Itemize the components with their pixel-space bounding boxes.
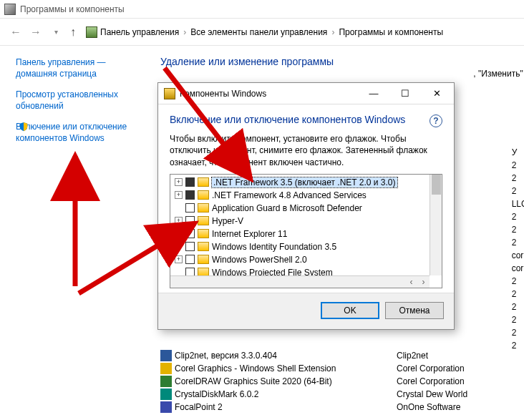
program-publisher: Clip2net [397,351,511,361]
folder-icon [198,177,209,187]
program-row[interactable]: Corel Graphics - Windows Shell Extension… [160,362,518,375]
feature-tree-item[interactable]: +.NET Framework 3.5 (включает .NET 2.0 и… [170,176,442,189]
program-icon [160,350,172,361]
program-name: FocalPoint 2 [175,402,397,412]
feature-label[interactable]: .NET Framework 4.8 Advanced Services [212,190,367,200]
nav-up-button[interactable]: ↑ [66,22,80,42]
dialog-button-bar: OK Отмена [158,293,454,329]
dialog-heading: Включение или отключение компонентов Win… [170,113,442,126]
expand-button[interactable]: + [175,178,183,186]
program-icon [160,363,172,374]
minimize-button[interactable]: — [358,84,389,104]
nav-link-windows-features[interactable]: Включение или отключение компонентов Win… [16,122,145,144]
nav-link-updates[interactable]: Просмотр установленных обновлений [16,89,145,112]
folder-icon [198,255,209,264]
dialog-title: Компоненты Windows [180,89,358,99]
nav-back-button[interactable]: ← [6,22,26,42]
program-row[interactable]: Clip2net, версия 3.3.0.404Clip2net [160,349,518,362]
program-row[interactable]: CorelDRAW Graphics Suite 2020 (64-Bit)Co… [160,375,518,388]
feature-tree-item[interactable]: Windows Identity Foundation 3.5 [170,240,442,253]
installed-programs-list: Clip2net, версия 3.3.0.404Clip2netCorel … [160,349,518,414]
help-icon[interactable]: ? [430,114,442,127]
program-row[interactable]: FocalPoint 2OnOne Software [160,401,518,414]
program-publisher: Corel Corporation [397,376,511,386]
breadcrumb-item[interactable]: Панель управления [100,27,179,37]
feature-label[interactable]: Application Guard в Microsoft Defender [212,203,362,213]
program-name: CrystalDiskMark 6.0.2 [175,389,397,399]
feature-checkbox[interactable] [185,177,195,187]
list-fragment: 2 [512,185,524,197]
list-fragment: 2 [512,159,524,172]
list-fragment: 2 [512,210,524,223]
feature-checkbox[interactable] [185,216,195,225]
shield-icon [19,122,29,132]
folder-icon [198,190,209,200]
list-fragment: LLC [512,197,524,210]
page-heading: Удаление или изменение программы [160,56,524,67]
list-fragment: 2 [512,326,524,339]
horizontal-scrollbar[interactable]: ‹ › [170,275,430,288]
feature-checkbox[interactable] [185,242,195,251]
features-tree[interactable]: +.NET Framework 3.5 (включает .NET 2.0 и… [170,174,442,288]
feature-checkbox[interactable] [185,229,195,238]
app-icon [4,4,16,15]
dialog-description: Чтобы включить компонент, установите его… [170,133,442,168]
program-publisher: Crystal Dew World [397,389,511,399]
breadcrumb: Панель управления › Все элементы панели … [100,27,443,37]
dialog-icon [164,88,175,99]
expand-button[interactable]: + [175,191,183,199]
feature-label[interactable]: .NET Framework 3.5 (включает .NET 2.0 и … [212,177,397,187]
ok-button[interactable]: OK [321,302,379,319]
feature-tree-item[interactable]: +Hyper-V [170,215,442,228]
feature-tree-item[interactable]: Application Guard в Microsoft Defender [170,202,442,215]
feature-tree-item[interactable]: +.NET Framework 4.8 Advanced Services [170,189,442,202]
scroll-left-arrow[interactable]: ‹ [405,277,417,287]
list-fragment: 2 [512,288,524,301]
list-fragment: У [512,146,524,159]
window-title: Программы и компоненты [20,4,125,14]
feature-checkbox[interactable] [185,190,195,200]
navigation-bar: ← → ▾ ↑ Панель управления › Все элементы… [0,19,524,46]
breadcrumb-item[interactable]: Программы и компоненты [339,27,443,37]
folder-icon [198,229,209,238]
list-fragment: 2 [512,172,524,185]
feature-checkbox[interactable] [185,255,195,264]
nav-link-home[interactable]: Панель управления — домашняя страница [16,57,145,79]
hint-fragment: , "Изменить" или " [473,69,524,79]
program-icon [160,389,172,400]
folder-icon [198,216,209,225]
breadcrumb-separator: › [331,27,334,37]
list-fragment: 2 [512,236,524,249]
breadcrumb-item[interactable]: Все элементы панели управления [190,27,327,37]
expand-spacer [175,243,183,250]
folder-icon [198,242,209,251]
feature-label[interactable]: Windows PowerShell 2.0 [212,255,307,265]
dialog-titlebar[interactable]: Компоненты Windows — ☐ ✕ [158,83,454,104]
feature-tree-item[interactable]: +Windows PowerShell 2.0 [170,253,442,266]
feature-label[interactable]: Internet Explorer 11 [212,229,287,239]
program-icon [160,401,172,413]
feature-tree-item[interactable]: Internet Explorer 11 [170,228,442,240]
folder-icon [198,203,209,213]
program-icon [160,376,172,387]
list-fragment: 2 [512,275,524,288]
maximize-button[interactable]: ☐ [389,84,421,104]
scroll-right-arrow[interactable]: › [417,277,430,287]
feature-label[interactable]: Windows Identity Foundation 3.5 [212,242,336,252]
left-navigation: Панель управления — домашняя страница Пр… [0,46,150,420]
nav-history-button[interactable]: ▾ [46,22,66,42]
expand-button[interactable]: + [175,255,183,263]
expand-button[interactable]: + [175,217,183,225]
window-titlebar: Программы и компоненты [0,0,524,19]
program-row[interactable]: CrystalDiskMark 6.0.2Crystal Dew World [160,388,518,401]
list-fragment: corporated [512,249,524,262]
program-name: CorelDRAW Graphics Suite 2020 (64-Bit) [175,376,397,386]
feature-label[interactable]: Hyper-V [212,216,243,226]
close-button[interactable]: ✕ [421,84,452,104]
vertical-scrollbar[interactable] [430,175,442,275]
program-publisher: Corel Corporation [397,363,511,373]
list-fragment: 2 [512,223,524,236]
feature-checkbox[interactable] [185,203,195,213]
breadcrumb-separator: › [183,27,186,37]
cancel-button[interactable]: Отмена [385,302,444,319]
